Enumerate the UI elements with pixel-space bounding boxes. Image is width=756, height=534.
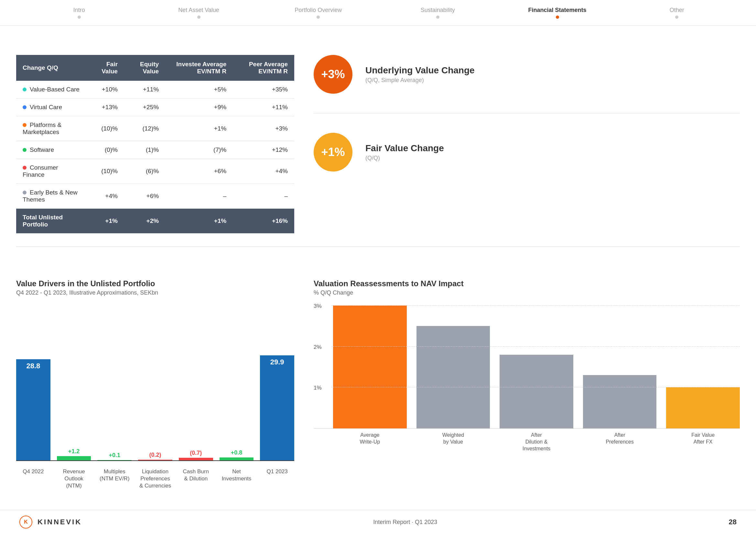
table-cell: (7)% [165,141,233,159]
bar-bottom-label-3: Liquidation Preferences & Currencies [138,468,172,490]
bar-top-label-5: +0.8 [231,449,243,456]
row-dot [23,191,27,194]
y-axis-line-1 [332,387,740,387]
logo: K KINNEVIK [19,516,82,528]
table-row: Early Bets & New Themes+4%+6%–– [16,184,294,209]
nav-bottom-label-1: Weighted by Value [417,432,490,452]
bar-group-0: 28.8 [16,306,50,460]
bar-rect-0: 28.8 [16,359,50,460]
nav-item-net-asset-value[interactable]: Net Asset Value [139,7,259,19]
table-cell: +4% [88,184,124,209]
table-cell: +1% [165,209,233,234]
table-cell: +3% [233,116,294,141]
table-cell: +1% [88,209,124,234]
table-cell: +11% [124,81,165,98]
nav-item-sustainability[interactable]: Sustainability [378,7,498,19]
row-dot [23,166,27,169]
bar-group-5: +0.8 [220,306,254,460]
main-content: Change Q/QFair ValueEquity ValueInvestee… [16,29,740,508]
value-card-0: +3%Underlying Value Change(Q/Q, Simple A… [314,55,740,94]
table-cell: (1)% [124,141,165,159]
bar-bottom-label-4: Cash Burn & Dilution [179,468,213,490]
logo-text: KINNEVIK [38,518,82,526]
table-cell: +5% [165,81,233,98]
footer-info: Interim Report · Q1 2023 [373,519,437,525]
table-cell: (10)% [88,116,124,141]
table-header-3: Investee Average EV/NTM R [165,55,233,81]
bar-rect-3 [138,460,172,460]
bar-chart-right: Valuation Reassessments to NAV Impact% Q… [314,279,740,490]
bar-group-2: +0.1 [97,306,132,460]
bar-group-1: +1.2 [57,306,91,460]
bar-rect-5 [220,457,254,460]
top-navigation: IntroNet Asset ValuePortfolio OverviewSu… [0,0,756,26]
table-cell: +6% [124,184,165,209]
table-cell: +25% [124,98,165,116]
value-card-title-0: Underlying Value Change [365,65,475,76]
nav-bottom-label-4: Fair Value After FX [666,432,740,452]
nav-item-intro[interactable]: Intro [19,7,139,19]
nav-bar-1 [417,326,490,428]
value-card-1: +1%Fair Value Change(Q/Q) [314,133,740,171]
table-cell: +35% [233,81,294,98]
row-dot [23,148,27,152]
nav-item-portfolio-overview[interactable]: Portfolio Overview [258,7,378,19]
table-header-4: Peer Average EV/NTM R [233,55,294,81]
bar-group-6: 29.9 [260,306,294,460]
value-cards-section: +3%Underlying Value Change(Q/Q, Simple A… [314,29,740,234]
table-cell: (10)% [88,159,124,184]
bar-top-label-1: +1.2 [68,448,80,455]
right-chart-subtitle: % Q/Q Change [314,290,740,296]
bar-rect-4 [179,458,213,460]
table-row: Platforms & Marketplaces(10)%(12)%+1%+3% [16,116,294,141]
nav-item-financial-statements[interactable]: Financial Statements [498,7,617,19]
nav-bar-0 [333,306,407,428]
value-cards: +3%Underlying Value Change(Q/Q, Simple A… [314,55,740,171]
nav-bottom-label-0: Average Write-Up [333,432,407,452]
footer: K KINNEVIK Interim Report · Q1 2023 28 [0,510,756,534]
nav-bar-4 [666,387,740,428]
bar-rect-1 [57,456,91,460]
nav-bottom-label-2: After Dilution & Investments [500,432,573,452]
value-card-text-1: Fair Value Change(Q/Q) [365,143,444,162]
value-card-title-1: Fair Value Change [365,143,444,153]
row-dot [23,105,27,109]
bar-group-3: (0.2) [138,306,172,460]
table-cell: (6)% [124,159,165,184]
table-cell: +2% [124,209,165,234]
value-circle-1: +1% [314,133,352,171]
table-row: Virtual Care+13%+25%+9%+11% [16,98,294,116]
table-cell: – [233,184,294,209]
table-header-1: Fair Value [88,55,124,81]
footer-page: 28 [729,518,737,526]
nav-item-other[interactable]: Other [617,7,737,19]
charts-section: Value Drivers in the Unlisted PortfolioQ… [16,279,740,490]
bar-chart-left: Value Drivers in the Unlisted PortfolioQ… [16,279,294,490]
table-row: Consumer Finance(10)%(6)%+6%+4% [16,159,294,184]
nav-bar-3 [583,375,657,428]
table-cell: +12% [233,141,294,159]
value-card-subtitle-1: (Q/Q) [365,155,444,162]
table-row: Value-Based Care+10%+11%+5%+35% [16,81,294,98]
logo-icon: K [19,516,32,528]
bar-rect-2 [97,460,132,460]
y-axis-line-3 [332,305,740,306]
left-chart-subtitle: Q4 2022 - Q1 2023, Illustrative Approxim… [16,290,294,296]
table-header-2: Equity Value [124,55,165,81]
left-bar-chart: 28.8+1.2+0.1(0.2)(0.7)+0.829.9 [16,306,294,461]
table-cell: (0)% [88,141,124,159]
table-cell: +11% [233,98,294,116]
y-axis-line-2 [332,346,740,347]
table-cell: +16% [233,209,294,234]
y-label-3: 3% [314,303,322,310]
bar-val-label-0: 28.8 [16,359,50,373]
bar-top-label-4: (0.7) [190,450,202,456]
table-total-row: Total Unlisted Portfolio+1%+2%+1%+16% [16,209,294,234]
right-bar-area: 3%2%1% [314,306,740,429]
right-chart-title: Valuation Reassessments to NAV Impact [314,279,740,288]
y-label-1: 1% [314,385,322,391]
table-cell: +9% [165,98,233,116]
value-card-subtitle-0: (Q/Q, Simple Average) [365,77,475,84]
value-card-text-0: Underlying Value Change(Q/Q, Simple Aver… [365,65,475,84]
value-circle-0: +3% [314,55,352,94]
